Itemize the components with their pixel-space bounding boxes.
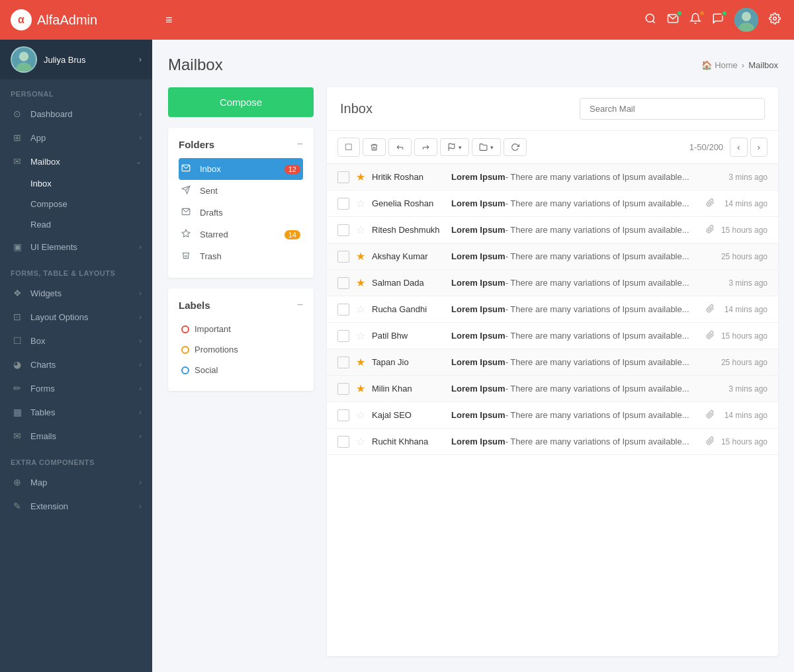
folder-item-starred[interactable]: Starred 14: [179, 224, 303, 245]
forms-icon: ✏: [11, 383, 24, 394]
email-checkbox[interactable]: [337, 357, 349, 368]
sidebar-item-mailbox[interactable]: ✉ Mailbox ⌄: [0, 149, 152, 173]
ui-elements-icon: ▣: [11, 241, 24, 252]
email-checkbox[interactable]: [337, 436, 349, 448]
sidebar-item-widgets[interactable]: ❖ Widgets ›: [0, 281, 152, 305]
email-star[interactable]: ★: [356, 171, 365, 183]
email-star[interactable]: ★: [356, 382, 365, 395]
email-checkbox[interactable]: [337, 224, 349, 236]
label-item-social[interactable]: Social: [179, 360, 303, 380]
settings-icon[interactable]: [769, 13, 781, 27]
email-star[interactable]: ★: [356, 276, 365, 289]
email-row[interactable]: ☆ Patil Bhw Lorem Ipsum- There are many …: [327, 323, 778, 349]
email-star[interactable]: ★: [356, 356, 365, 368]
email-checkbox[interactable]: [337, 383, 349, 395]
sidebar-item-map[interactable]: ⊕ Map ›: [0, 470, 152, 494]
email-star[interactable]: ☆: [356, 224, 365, 236]
email-checkbox[interactable]: [337, 304, 349, 315]
email-star[interactable]: ☆: [356, 435, 365, 448]
pagination-prev-button[interactable]: ‹: [730, 138, 747, 157]
mailbox-layout: Compose Folders − Inbox 12 Sent Drafts S…: [168, 87, 778, 656]
folder-item-inbox[interactable]: Inbox 12: [179, 158, 303, 180]
email-time: 14 mins ago: [721, 411, 768, 420]
email-star[interactable]: ☆: [356, 329, 365, 342]
sidebar-item-dashboard[interactable]: ⊙ Dashboard ›: [0, 102, 152, 126]
label-item-important[interactable]: Important: [179, 319, 303, 339]
email-star[interactable]: ☆: [356, 409, 365, 421]
chevron-right-icon: ›: [139, 360, 142, 368]
email-checkbox[interactable]: [337, 409, 349, 421]
sidebar-item-app[interactable]: ⊞ App ›: [0, 126, 152, 149]
email-checkbox[interactable]: [337, 277, 349, 289]
sidebar-item-forms[interactable]: ✏ Forms ›: [0, 376, 152, 400]
sidebar-subitem-compose[interactable]: Compose: [0, 194, 152, 214]
email-row[interactable]: ☆ Ruchit Khhana Lorem Ipsum- There are m…: [327, 429, 778, 455]
breadcrumb-home[interactable]: Home: [715, 60, 738, 70]
email-time: 25 hours ago: [721, 252, 768, 261]
sidebar-item-emails[interactable]: ✉ Emails ›: [0, 424, 152, 448]
sidebar-item-tables[interactable]: ▦ Tables ›: [0, 400, 152, 424]
labels-collapse-icon[interactable]: −: [297, 299, 303, 311]
sidebar-item-extension[interactable]: ✎ Extension ›: [0, 494, 152, 518]
main-area: ≡: [152, 0, 794, 672]
sidebar-item-charts[interactable]: ◕ Charts ›: [0, 353, 152, 376]
hamburger-icon[interactable]: ≡: [165, 13, 173, 27]
email-row[interactable]: ★ Milin Khan Lorem Ipsum- There are many…: [327, 376, 778, 402]
email-sender: Salman Dada: [372, 278, 445, 288]
email-star[interactable]: ★: [356, 250, 365, 263]
delete-button[interactable]: [363, 138, 386, 156]
sidebar-subitem-read[interactable]: Read: [0, 214, 152, 235]
sidebar-item-label: Widgets: [30, 288, 139, 298]
email-checkbox[interactable]: [337, 171, 349, 183]
search-icon[interactable]: [644, 13, 656, 27]
mail-icon[interactable]: [667, 13, 679, 27]
labels-title: Labels: [179, 300, 210, 311]
label-item-promotions[interactable]: Promotions: [179, 339, 303, 360]
chat-icon[interactable]: [712, 13, 724, 27]
folders-collapse-icon[interactable]: −: [297, 138, 303, 150]
email-checkbox[interactable]: [337, 330, 349, 342]
folder-trash-label: Trash: [200, 251, 300, 261]
email-row[interactable]: ★ Hritik Roshan Lorem Ipsum- There are m…: [327, 164, 778, 190]
pagination-next-button[interactable]: ›: [750, 138, 768, 157]
sidebar-subitem-inbox[interactable]: Inbox: [0, 173, 152, 194]
refresh-button[interactable]: [504, 138, 527, 156]
bell-icon[interactable]: [689, 13, 701, 27]
flag-button[interactable]: ▾: [440, 138, 469, 156]
sidebar-item-box[interactable]: ☐ Box ›: [0, 329, 152, 353]
email-row[interactable]: ☆ Genelia Roshan Lorem Ipsum- There are …: [327, 190, 778, 217]
chevron-right-icon: ›: [139, 289, 142, 297]
email-row[interactable]: ★ Akshay Kumar Lorem Ipsum- There are ma…: [327, 243, 778, 270]
email-checkbox[interactable]: [337, 198, 349, 210]
folder-trash-icon: [181, 251, 195, 262]
email-row[interactable]: ★ Salman Dada Lorem Ipsum- There are man…: [327, 270, 778, 296]
reply-button[interactable]: [388, 138, 412, 156]
email-star[interactable]: ☆: [356, 303, 365, 315]
select-all-button[interactable]: ☐: [337, 138, 360, 157]
forward-button[interactable]: [414, 138, 437, 156]
breadcrumb-current: Mailbox: [748, 60, 778, 70]
user-panel[interactable]: Juliya Brus ›: [0, 40, 152, 79]
folder-badge: 14: [285, 230, 300, 239]
email-star[interactable]: ☆: [356, 197, 365, 210]
folder-item-sent[interactable]: Sent: [179, 180, 303, 202]
email-row[interactable]: ☆ Kajal SEO Lorem Ipsum- There are many …: [327, 402, 778, 429]
user-avatar-topbar[interactable]: [734, 8, 758, 32]
compose-button[interactable]: Compose: [168, 87, 314, 117]
chevron-right-icon: ›: [139, 313, 142, 321]
sidebar-item-ui-elements[interactable]: ▣ UI Elements ›: [0, 235, 152, 259]
folder-item-trash[interactable]: Trash: [179, 245, 303, 267]
folder-button[interactable]: ▾: [472, 138, 501, 156]
email-row[interactable]: ★ Tapan Jio Lorem Ipsum- There are many …: [327, 349, 778, 376]
search-mail-input[interactable]: [580, 98, 765, 120]
folder-item-drafts[interactable]: Drafts: [179, 202, 303, 224]
sidebar-item-layout-options[interactable]: ⊡ Layout Options ›: [0, 305, 152, 329]
email-row[interactable]: ☆ Ritesh Deshmukh Lorem Ipsum- There are…: [327, 217, 778, 243]
sidebar-item-label: Layout Options: [30, 312, 139, 322]
email-row[interactable]: ☆ Rucha Gandhi Lorem Ipsum- There are ma…: [327, 296, 778, 323]
email-checkbox[interactable]: [337, 251, 349, 263]
email-preview: Lorem Ipsum- There are many variations o…: [451, 278, 715, 288]
label-dot-social: [181, 366, 189, 374]
folder-starred-icon: [181, 229, 195, 240]
chat-badge: [721, 10, 728, 17]
